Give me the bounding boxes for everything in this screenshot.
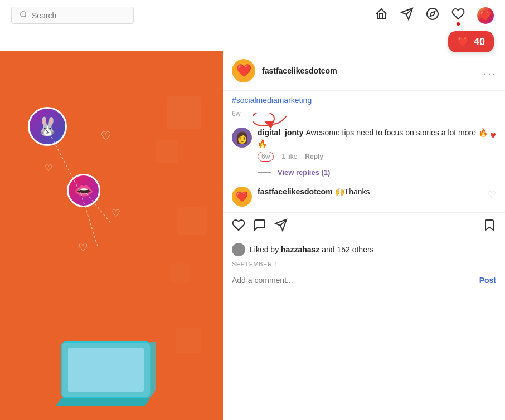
commenter-avatar-2[interactable]: ❤️ <box>232 187 252 207</box>
view-replies-dash <box>258 172 271 173</box>
search-icon <box>20 11 27 20</box>
right-panel: ❤️ fastfacelikesdotcom ... #socialmediam… <box>223 51 505 420</box>
comment-text-1: digital_jontyAwesome tips need to focus … <box>258 128 496 149</box>
comment-heart-icon-2[interactable]: ♡ <box>487 189 496 201</box>
main-content: 🐰 👄 ♡ ♡ ♡ ♡ <box>0 51 505 420</box>
comment-heart-icon-1[interactable]: ♥ <box>490 130 496 141</box>
post-header: ❤️ fastfacelikesdotcom ... <box>223 51 505 91</box>
liker-username[interactable]: hazzahasz <box>281 245 319 254</box>
comment-actions-1: 6w 1 like Reply <box>258 152 496 162</box>
view-replies-1[interactable]: View replies (1) <box>223 166 505 181</box>
notification-badge[interactable]: ❤️ 40 <box>448 31 494 52</box>
send-icon[interactable] <box>400 7 414 24</box>
likes-text: Liked by hazzahasz and 152 others <box>250 245 374 254</box>
post-author-username[interactable]: fastfacelikesdotcom <box>262 66 483 75</box>
post-hashtag[interactable]: #socialmediamarketing <box>232 96 312 105</box>
search-box[interactable] <box>11 7 134 24</box>
commenter-username-2[interactable]: fastfacelikesdotcom <box>258 187 333 196</box>
commenter-username-1[interactable]: digital_jonty <box>258 128 303 137</box>
add-comment-row: Post <box>223 270 505 290</box>
svg-line-6 <box>86 193 111 224</box>
svg-line-1 <box>25 16 27 18</box>
post-caption-time: 6w <box>223 110 505 123</box>
comment-time-1[interactable]: 6w <box>258 152 274 162</box>
svg-marker-4 <box>430 11 435 16</box>
commenter-avatar-1[interactable]: 👩 <box>232 128 252 148</box>
home-icon[interactable] <box>375 7 388 24</box>
comment-text-2: fastfacelikesdotcom🙌Thanks <box>258 187 496 198</box>
top-nav: ❤️ ❤️ 40 <box>0 0 505 31</box>
bookmark-action-icon[interactable] <box>483 218 496 235</box>
compass-icon[interactable] <box>426 7 439 24</box>
svg-marker-11 <box>150 342 156 398</box>
notification-count: 40 <box>474 36 485 48</box>
svg-marker-10 <box>56 398 150 406</box>
svg-point-3 <box>427 8 438 19</box>
phone-illustration <box>39 331 184 420</box>
post-date: September 1 <box>223 258 505 270</box>
heart-icon[interactable] <box>451 7 465 24</box>
add-comment-input[interactable] <box>232 276 479 285</box>
user-avatar[interactable]: ❤️ <box>477 7 494 24</box>
comment-body-2: fastfacelikesdotcom🙌Thanks <box>258 187 496 198</box>
svg-rect-12 <box>68 348 144 392</box>
comment-likes-1[interactable]: 1 like <box>281 153 297 160</box>
liker-avatar <box>232 243 245 256</box>
notification-dot <box>457 22 460 26</box>
like-action-icon[interactable] <box>232 218 245 235</box>
post-actions <box>223 212 505 241</box>
svg-line-7 <box>81 193 98 246</box>
likes-section: Liked by hazzahasz and 152 others <box>223 241 505 258</box>
comment-content-2: 🙌Thanks <box>335 187 370 196</box>
svg-line-5 <box>47 129 81 193</box>
search-input[interactable] <box>32 11 125 20</box>
share-action-icon[interactable] <box>274 218 288 235</box>
comment-body-1: digital_jontyAwesome tips need to focus … <box>258 128 496 162</box>
post-comment-button[interactable]: Post <box>479 276 496 285</box>
sub-nav <box>0 31 505 51</box>
badge-heart-icon: ❤️ <box>457 36 469 48</box>
comment-item: 👩 digital_jontyAwesome tips need to focu… <box>223 123 505 166</box>
post-image-panel: 🐰 👄 ♡ ♡ ♡ ♡ <box>0 51 223 420</box>
post-caption: #socialmediamarketing <box>223 91 505 108</box>
post-more-button[interactable]: ... <box>483 65 496 77</box>
post-author-avatar[interactable]: ❤️ <box>232 59 255 82</box>
nav-icons: ❤️ <box>375 7 494 24</box>
comment-reply-1[interactable]: Reply <box>305 153 323 160</box>
view-replies-text-1[interactable]: View replies (1) <box>278 168 330 177</box>
svg-point-0 <box>21 12 26 17</box>
comment-item-2: ❤️ fastfacelikesdotcom🙌Thanks ♡ <box>223 181 505 212</box>
comment-action-icon[interactable] <box>253 218 266 235</box>
